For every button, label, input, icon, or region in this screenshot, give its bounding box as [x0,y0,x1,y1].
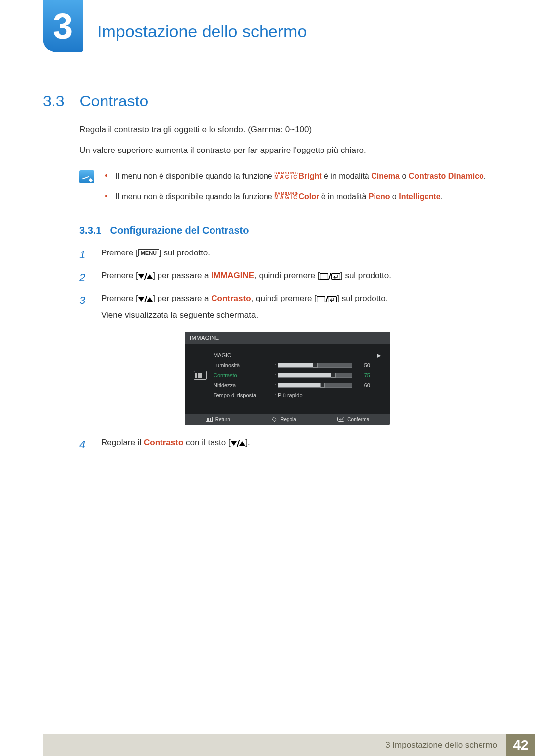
step-number: 4 [79,437,91,453]
down-up-arrow-icon [138,273,153,280]
chevron-right-icon: ▶ [372,353,381,359]
svg-rect-5 [207,418,208,421]
osd-value-text: Più rapido [278,392,303,398]
osd-row-magic: MAGIC ▶ [214,351,381,360]
osd-picture-icon [194,371,207,380]
osd-value-selected: 75 [352,372,370,378]
note-text: Il menu non è disponibile quando la funz… [115,170,486,182]
down-up-arrow-icon [231,440,246,447]
svg-rect-0 [320,273,328,279]
page-footer: 3 Impostazione dello schermo 42 [43,734,535,756]
note-list: Il menu non è disponibile quando la funz… [105,170,495,211]
step-4: 4 Regolare il Contrasto con il tasto []. [79,437,495,453]
step-number: 3 [79,293,91,308]
osd-footer: Return Regola Conferma [185,414,390,425]
step-number: 2 [79,270,91,286]
step-1: 1 Premere [MENU] sul prodotto. [79,247,495,263]
note-icon [79,170,94,183]
svg-rect-2 [317,296,325,302]
bullet-icon [105,195,107,197]
osd-value: 50 [352,362,370,368]
step-3: 3 Premere [] per passare a Contrasto, qu… [79,293,495,322]
step-text: Premere [] per passare a Contrasto, quin… [101,293,495,322]
osd-footer-return: Return [206,416,230,422]
footer-chapter-label: 3 Impostazione dello schermo [43,734,506,756]
section-number: 3.3 [43,92,64,110]
steps-list: 1 Premere [MENU] sul prodotto. 2 Premere… [79,247,495,453]
confirm-icon [337,417,344,422]
source-enter-icon [320,273,340,280]
step-subtext: Viene visualizzata la seguente schermata… [101,309,495,322]
note-item: Il menu non è disponibile quando la funz… [105,191,495,202]
adjust-icon [271,416,277,422]
note-text: Il menu non è disponibile quando la funz… [115,191,443,202]
osd-footer-adjust: Regola [271,416,296,422]
osd-row-nitidezza: Nitidezza : 60 [214,380,381,390]
bullet-icon [105,174,107,177]
step-number: 1 [79,247,91,263]
osd-screenshot: IMMAGINE MAGIC ▶ Luminosità [185,332,390,425]
step-text: Premere [] per passare a IMMAGINE, quind… [101,270,495,282]
chapter-title: Impostazione dello schermo [97,22,307,41]
osd-row-luminosita: Luminosità : 50 [214,360,381,370]
chapter-number: 3 [53,8,73,44]
osd-row-contrasto: Contrasto : 75 [214,370,381,380]
intro-para-1: Regola il contrasto tra gli oggetti e lo… [79,124,495,136]
page-number: 42 [506,734,535,756]
chapter-tab: 3 [43,0,83,52]
osd-rows: MAGIC ▶ Luminosità : 50 Contrasto [214,351,381,400]
osd-slider [278,363,352,368]
osd-label: Nitidezza [214,382,273,388]
down-up-arrow-icon [138,296,153,302]
osd-panel: IMMAGINE MAGIC ▶ Luminosità [185,332,390,425]
osd-slider [278,383,352,388]
osd-category-icon-col [194,351,208,400]
svg-rect-6 [208,418,209,421]
osd-label: MAGIC [214,353,273,358]
osd-value: 60 [352,382,370,388]
osd-slider [278,373,352,378]
menu-key-icon: MENU [138,249,159,256]
osd-label-selected: Contrasto [214,372,273,378]
note-item: Il menu non è disponibile quando la funz… [105,170,495,182]
body: Regola il contrasto tra gli oggetti e lo… [79,124,495,459]
section-title: Contrasto [79,92,148,110]
osd-row-tempo: Tempo di risposta : Più rapido [214,390,381,400]
osd-footer-confirm: Conferma [337,416,369,422]
step-2: 2 Premere [] per passare a IMMAGINE, qui… [79,270,495,286]
return-icon [206,417,213,422]
subsection-number: 3.3.1 [79,225,101,236]
subsection-title: Configurazione del Contrasto [110,225,249,236]
step-text: Premere [MENU] sul prodotto. [101,247,495,259]
note-block: Il menu non è disponibile quando la funz… [79,170,495,211]
osd-title: IMMAGINE [185,332,390,344]
source-enter-icon [317,296,337,302]
osd-label: Tempo di risposta [214,392,273,398]
svg-rect-1 [331,273,340,279]
svg-rect-7 [210,418,211,421]
svg-rect-8 [338,417,344,422]
osd-label: Luminosità [214,362,273,368]
svg-rect-3 [328,296,337,302]
samsung-magic-label: SAMSUNGMAGIC [274,192,298,200]
samsung-magic-label: SAMSUNGMAGIC [274,172,298,179]
step-text: Regolare il Contrasto con il tasto []. [101,437,495,449]
intro-para-2: Un valore superiore aumenta il contrasto… [79,145,495,156]
osd-body: MAGIC ▶ Luminosità : 50 Contrasto [185,344,390,414]
subsection-heading: 3.3.1Configurazione del Contrasto [79,225,495,236]
section-heading: 3.3Contrasto [43,92,148,110]
